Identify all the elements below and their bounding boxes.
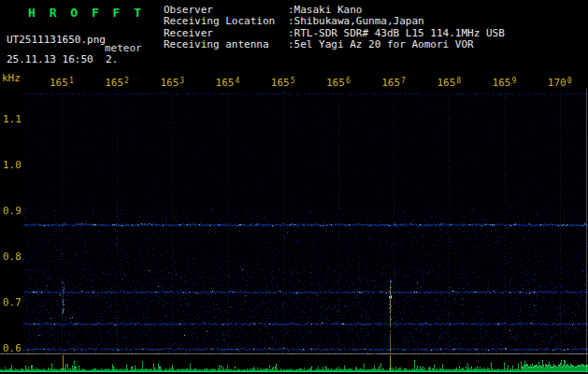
datetime-label: 25.11.13 16:50 2.	[7, 53, 118, 65]
freq-tick-label: 0.8	[3, 251, 22, 263]
time-tick-label: 1656	[326, 77, 351, 89]
output-filename: UT2511131650.png	[7, 34, 106, 46]
freq-tick-label: 1.0	[3, 159, 22, 171]
station-info: Observer:Masaki KanoReceiving Location:S…	[164, 5, 505, 51]
time-tick-label: 1657	[381, 77, 406, 89]
time-tick-label: 1652	[105, 77, 129, 89]
info-value: :RTL-SDR SDR# 43dB L15 114.1MHz USB	[288, 27, 505, 39]
freq-tick-label: 1.1	[3, 113, 22, 125]
freq-tick-label: 0.9	[3, 205, 22, 217]
info-value: :5el Yagi Az 20 for Aomori VOR	[288, 38, 474, 50]
info-value: :Masaki Kano	[288, 4, 362, 16]
spectrogram-canvas	[23, 91, 588, 353]
right-edge-line	[586, 89, 587, 373]
info-label: Receiving antenna	[164, 39, 288, 50]
freq-tick-label: 0.6	[3, 342, 22, 354]
freq-tick-label: 0.7	[3, 296, 22, 309]
hrofft-window: H R O F F T UT2511131650.png meteor 25.1…	[0, 0, 588, 374]
info-label: Receiving Location	[164, 16, 288, 27]
freq-unit-label: kHz	[2, 72, 21, 84]
time-tick-label: 1655	[271, 77, 295, 89]
info-value: :Shibukawa,Gunma,Japan	[288, 15, 424, 27]
time-tick-label: 1700	[548, 77, 572, 89]
station-info-row: Receiving antenna:5el Yagi Az 20 for Aom…	[164, 39, 505, 50]
time-tick-label: 1653	[160, 77, 184, 89]
time-tick-label: 1651	[50, 77, 74, 89]
level-plot-canvas	[0, 353, 588, 374]
app-title: H R O F F T	[28, 6, 145, 20]
time-tick-label: 1659	[493, 77, 517, 89]
time-tick-label: 1658	[437, 77, 461, 89]
time-tick-label: 1654	[216, 77, 240, 89]
